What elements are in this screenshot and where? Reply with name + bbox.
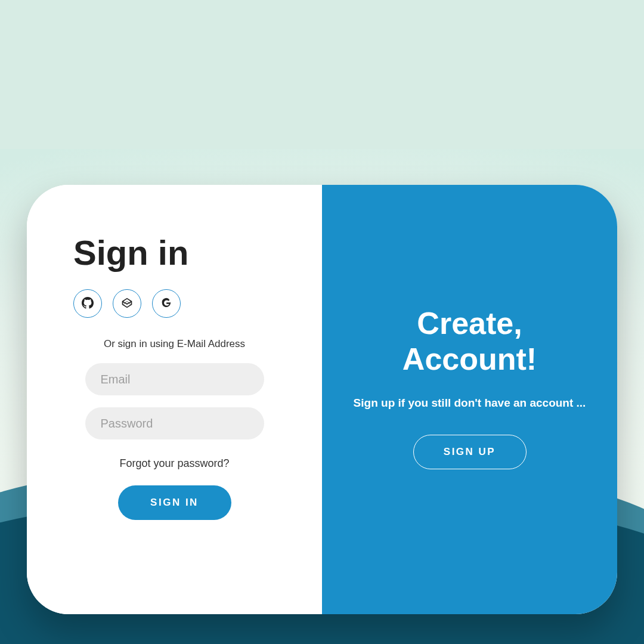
google-icon xyxy=(160,297,172,311)
codepen-icon xyxy=(121,297,133,311)
google-login-button[interactable] xyxy=(152,289,181,318)
auth-card: Sign in Or sign in xyxy=(27,185,617,614)
signup-button[interactable]: SIGN UP xyxy=(413,435,527,469)
password-field[interactable] xyxy=(85,407,264,439)
signin-button[interactable]: SIGN IN xyxy=(118,485,231,520)
email-field[interactable] xyxy=(85,363,264,395)
signup-panel: Create, Account! Sign up if you still do… xyxy=(322,185,617,614)
signin-title: Sign in xyxy=(73,233,188,273)
forgot-password-link[interactable]: Forgot your password? xyxy=(119,457,229,470)
github-login-button[interactable] xyxy=(73,289,102,318)
signin-or-text: Or sign in using E-Mail Address xyxy=(104,338,245,350)
signin-panel: Sign in Or sign in xyxy=(27,185,322,614)
codepen-login-button[interactable] xyxy=(113,289,141,318)
page-background: Sign in Or sign in xyxy=(0,0,644,644)
github-icon xyxy=(82,297,94,311)
signup-title: Create, Account! xyxy=(352,306,587,377)
signup-subtitle: Sign up if you still don't have an accou… xyxy=(354,397,586,410)
social-login-row xyxy=(73,289,181,318)
